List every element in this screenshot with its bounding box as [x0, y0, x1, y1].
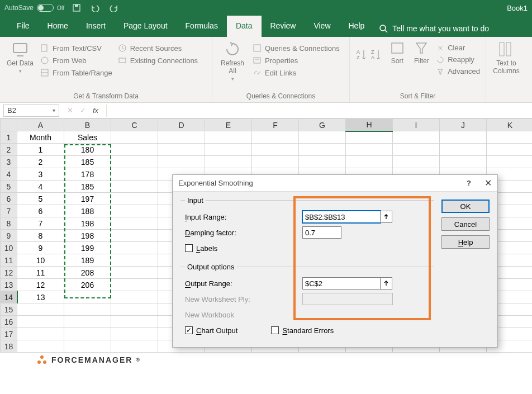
cell[interactable]: 178 — [64, 168, 111, 181]
cell[interactable]: 189 — [64, 254, 111, 267]
row-header[interactable]: 18 — [1, 340, 17, 353]
cell[interactable]: 185 — [64, 181, 111, 193]
select-all-cell[interactable] — [1, 119, 17, 131]
row-header[interactable]: 5 — [1, 181, 17, 193]
recent-sources-button[interactable]: Recent Sources — [118, 44, 198, 53]
tab-file[interactable]: File — [8, 16, 39, 37]
cell[interactable]: 5 — [17, 193, 64, 205]
cell[interactable]: 197 — [64, 193, 111, 205]
edit-links-button[interactable]: Edit Links — [253, 68, 340, 77]
fx-icon[interactable]: fx — [93, 106, 98, 115]
cell[interactable]: 8 — [17, 230, 64, 242]
row-header[interactable]: 10 — [1, 242, 17, 254]
close-icon[interactable]: ✕ — [484, 178, 492, 188]
undo-icon[interactable] — [90, 4, 100, 12]
enter-icon[interactable]: ✓ — [80, 106, 86, 115]
chevron-down-icon[interactable]: ▾ — [53, 107, 55, 113]
name-box[interactable]: B2 ▾ — [3, 105, 59, 117]
cell[interactable]: 1 — [17, 144, 64, 156]
from-web-button[interactable]: From Web — [40, 56, 112, 65]
cell[interactable]: 6 — [17, 205, 64, 217]
row-header[interactable]: 8 — [1, 217, 17, 230]
range-picker-icon[interactable] — [380, 211, 392, 223]
cell[interactable]: 198 — [64, 217, 111, 230]
row-header[interactable]: 13 — [1, 279, 17, 291]
tab-formulas[interactable]: Formulas — [177, 16, 227, 37]
properties-button[interactable]: Properties — [253, 56, 340, 65]
sort-desc-icon[interactable]: ZA — [370, 48, 382, 64]
dialog-help-icon[interactable]: ? — [467, 179, 471, 187]
col-header[interactable]: B — [64, 119, 111, 131]
cell[interactable]: 3 — [17, 168, 64, 181]
row-header[interactable]: 15 — [1, 303, 17, 316]
cell[interactable]: 4 — [17, 181, 64, 193]
cell[interactable]: 208 — [64, 267, 111, 279]
labels-checkbox[interactable]: Labels — [185, 244, 217, 253]
cell[interactable] — [64, 291, 111, 303]
advanced-button[interactable]: Advanced — [436, 67, 480, 75]
row-header[interactable]: 14 — [1, 291, 17, 303]
row-header[interactable]: 11 — [1, 254, 17, 267]
cell[interactable]: 13 — [17, 291, 64, 303]
damping-field[interactable] — [302, 226, 341, 239]
from-table-button[interactable]: From Table/Range — [40, 68, 112, 77]
col-header[interactable]: E — [205, 119, 252, 131]
tab-home[interactable]: Home — [39, 16, 77, 37]
cell[interactable]: 180 — [64, 144, 111, 156]
cell[interactable]: 12 — [17, 279, 64, 291]
col-header[interactable]: A — [17, 119, 64, 131]
dialog-titlebar[interactable]: Exponential Smoothing ? ✕ — [173, 175, 497, 192]
cell[interactable]: 199 — [64, 242, 111, 254]
tab-data[interactable]: Data — [227, 16, 262, 37]
output-range-field[interactable] — [302, 277, 381, 289]
tab-page-layout[interactable]: Page Layout — [115, 16, 177, 37]
col-header[interactable]: H — [346, 119, 393, 131]
help-button[interactable]: Help — [441, 235, 490, 249]
cell[interactable]: 10 — [17, 254, 64, 267]
standard-errors-checkbox[interactable]: Standard Errors — [271, 326, 334, 335]
get-data-button[interactable]: Get Data ▾ — [6, 40, 35, 74]
redo-icon[interactable] — [109, 4, 119, 12]
clear-button[interactable]: Clear — [436, 44, 480, 52]
col-header[interactable]: I — [393, 119, 440, 131]
row-header[interactable]: 9 — [1, 230, 17, 242]
col-header[interactable]: F — [252, 119, 299, 131]
reapply-button[interactable]: Reapply — [436, 55, 480, 64]
chart-output-checkbox[interactable]: ✓Chart Output — [185, 326, 238, 335]
cell[interactable]: 188 — [64, 205, 111, 217]
existing-connections-button[interactable]: Existing Connections — [118, 56, 198, 65]
col-header[interactable]: D — [158, 119, 205, 131]
cell[interactable]: 206 — [64, 279, 111, 291]
row-header[interactable]: 3 — [1, 156, 17, 168]
row-header[interactable]: 7 — [1, 205, 17, 217]
ok-button[interactable]: OK — [441, 200, 490, 213]
col-header[interactable]: K — [487, 119, 533, 131]
refresh-all-button[interactable]: Refresh All ▾ — [218, 40, 247, 82]
col-header[interactable]: J — [440, 119, 487, 131]
cell[interactable]: 198 — [64, 230, 111, 242]
filter-button[interactable]: Filter — [412, 40, 431, 65]
cell[interactable]: 2 — [17, 156, 64, 168]
range-picker-icon[interactable] — [380, 277, 392, 289]
cancel-icon[interactable]: ✕ — [67, 106, 73, 115]
row-header[interactable]: 6 — [1, 193, 17, 205]
queries-connections-button[interactable]: Queries & Connections — [253, 44, 340, 53]
row-header[interactable]: 17 — [1, 328, 17, 340]
sort-button[interactable]: Sort — [388, 40, 407, 65]
row-header[interactable]: 1 — [1, 131, 17, 144]
autosave-toggle[interactable]: AutoSave Off — [4, 4, 64, 12]
col-header[interactable]: C — [111, 119, 158, 131]
text-to-columns-button[interactable]: Text to Columns — [492, 40, 521, 75]
row-header[interactable]: 16 — [1, 316, 17, 328]
row-header[interactable]: 12 — [1, 267, 17, 279]
input-range-field[interactable] — [302, 211, 381, 223]
cell[interactable]: 9 — [17, 242, 64, 254]
tab-review[interactable]: Review — [262, 16, 305, 37]
col-header[interactable]: G — [299, 119, 346, 131]
cell[interactable]: 185 — [64, 156, 111, 168]
cancel-button[interactable]: Cancel — [441, 217, 490, 231]
row-header[interactable]: 2 — [1, 144, 17, 156]
cell[interactable]: Month — [17, 131, 64, 144]
cell[interactable]: Sales — [64, 131, 111, 144]
cell[interactable]: 11 — [17, 267, 64, 279]
